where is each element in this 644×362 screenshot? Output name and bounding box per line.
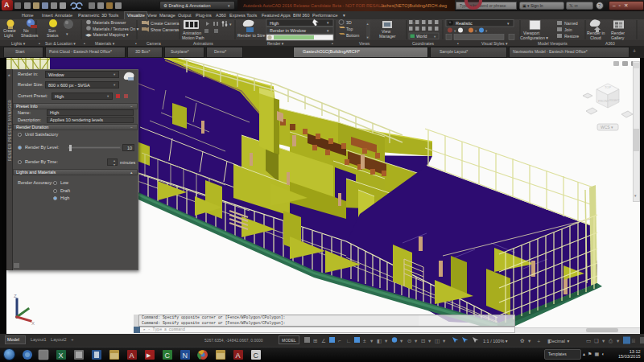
svg-text:⊡: ⊡ (421, 338, 425, 343)
svg-text:⌐: ⌐ (338, 338, 341, 343)
svg-text:N: N (183, 352, 188, 360)
svg-text:▾: ▾ (443, 338, 446, 343)
svg-text:▾: ▾ (602, 338, 605, 343)
svg-text:X: X (59, 352, 64, 360)
svg-text:▾: ▾ (428, 338, 431, 343)
svg-text:A: A (236, 352, 241, 360)
svg-text:▾: ▾ (415, 338, 418, 343)
svg-text:▶: ▶ (147, 352, 151, 358)
svg-text:＋: ＋ (536, 338, 542, 343)
svg-text:∟: ∟ (346, 338, 351, 343)
svg-text:Z: Z (14, 294, 17, 298)
svg-text:✿: ✿ (520, 338, 525, 343)
svg-text:⊞: ⊞ (313, 338, 317, 343)
svg-text:∠: ∠ (321, 338, 326, 343)
svg-text:A: A (130, 352, 134, 360)
svg-text:⊙: ⊙ (407, 338, 411, 343)
svg-text:⌸: ⌸ (632, 338, 635, 343)
svg-text:C: C (165, 352, 171, 360)
svg-text:◧: ◧ (377, 338, 382, 343)
svg-text:▾: ▾ (370, 338, 374, 343)
svg-text:C: C (254, 352, 259, 360)
svg-text:FRONT: FRONT (598, 99, 609, 103)
svg-text:X: X (31, 321, 35, 326)
svg-text:⎙: ⎙ (609, 338, 613, 343)
svg-text:▾: ▾ (385, 338, 388, 343)
svg-text:▾: ▾ (400, 338, 403, 343)
svg-text:TOP: TOP (605, 85, 611, 89)
svg-text:❏: ❏ (594, 338, 599, 343)
svg-text:▭: ▭ (586, 338, 591, 343)
svg-text:±: ± (363, 338, 366, 343)
svg-text:Decimal ▾: Decimal ▾ (549, 339, 570, 343)
svg-text:▾: ▾ (617, 338, 620, 343)
svg-text:RIGHT: RIGHT (609, 98, 620, 102)
svg-text:1:1 / 100% ▾: 1:1 / 100% ▾ (483, 339, 508, 343)
svg-text:▾: ▾ (528, 338, 531, 343)
svg-text:◫: ◫ (435, 338, 440, 343)
svg-text:WCS ▾: WCS ▾ (601, 125, 613, 130)
